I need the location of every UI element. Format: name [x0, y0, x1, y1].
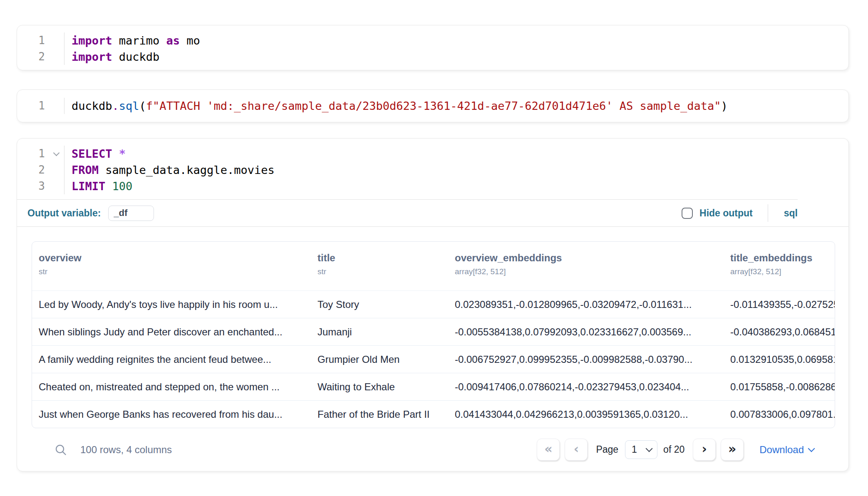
table-row: A family wedding reignites the ancient f… — [32, 345, 835, 373]
table-cell: Just when George Banks has recovered fro… — [32, 409, 311, 420]
table-cell: -0.006752927,0.099952355,-0.009982588,-0… — [448, 354, 724, 365]
table-cell: Grumpier Old Men — [311, 354, 448, 365]
table-cell: -0.011439355,-0.027525... — [724, 299, 835, 310]
download-button[interactable]: Download — [759, 444, 814, 456]
table-header-row: overviewstrtitlestroverview_embeddingsar… — [32, 242, 835, 291]
first-page-button[interactable]: « — [537, 439, 560, 461]
code-cell-imports[interactable]: 12 import marimo as moimport duckdb — [17, 25, 849, 70]
table-cell: Jumanji — [311, 326, 448, 338]
table-cell: Toy Story — [311, 299, 448, 310]
table-cell: A family wedding reignites the ancient f… — [32, 354, 311, 365]
table-cell: 0.007833006,0.097801... — [724, 409, 835, 420]
line-number: 1 — [17, 146, 64, 162]
table-row: Led by Woody, Andy's toys live happily i… — [32, 291, 835, 318]
code-line[interactable]: import duckdb — [72, 49, 200, 65]
code-cell-attach[interactable]: 1 duckdb.sql(f"ATTACH 'md:_share/sample_… — [17, 89, 849, 122]
page-total-label: of 20 — [663, 444, 684, 455]
last-page-button[interactable]: » — [721, 439, 744, 461]
line-number-gutter: 123 — [17, 146, 64, 194]
line-number: 2 — [17, 49, 64, 65]
search-icon[interactable] — [55, 443, 68, 456]
column-header-title_embeddings[interactable]: title_embeddingsarray[f32, 512] — [724, 242, 835, 290]
line-number: 1 — [17, 98, 64, 114]
column-header-overview_embeddings[interactable]: overview_embeddingsarray[f32, 512] — [448, 242, 724, 290]
table-cell: -0.009417406,0.07860214,-0.023279453,0.0… — [448, 381, 724, 393]
fold-chevron-icon[interactable] — [53, 150, 60, 156]
table-cell: Waiting to Exhale — [311, 381, 448, 393]
table-cell: 0.023089351,-0.012809965,-0.03209472,-0.… — [448, 299, 724, 310]
result-table: overviewstrtitlestroverview_embeddingsar… — [32, 241, 835, 428]
page-select[interactable]: 1 — [625, 440, 657, 459]
line-number: 1 — [17, 32, 64, 49]
prev-page-icon: ‹ — [574, 441, 579, 456]
code-line[interactable]: import marimo as mo — [72, 32, 200, 49]
chevron-down-icon — [646, 445, 653, 452]
line-number-gutter: 1 — [17, 98, 64, 114]
table-footer: 100 rows, 4 columns « ‹ Page 1 of 20 › — [32, 428, 835, 471]
code-editor[interactable]: 123 SELECT *FROM sample_data.kaggle.movi… — [17, 139, 848, 199]
code-line[interactable]: duckdb.sql(f"ATTACH 'md:_share/sample_da… — [72, 98, 728, 114]
code-line[interactable]: LIMIT 100 — [72, 178, 275, 194]
chevron-down-icon — [808, 445, 815, 452]
next-page-button[interactable]: › — [693, 439, 716, 461]
table-row: Just when George Banks has recovered fro… — [32, 400, 835, 428]
code-content[interactable]: import marimo as moimport duckdb — [64, 32, 200, 65]
sql-cell[interactable]: 123 SELECT *FROM sample_data.kaggle.movi… — [17, 138, 849, 471]
table-body: Led by Woody, Andy's toys live happily i… — [32, 291, 835, 428]
table-cell: -0.040386293,0.068451... — [724, 326, 835, 338]
code-line[interactable]: SELECT * — [72, 146, 275, 162]
column-type: str — [317, 267, 440, 276]
column-name: title — [317, 252, 440, 264]
column-name: overview_embeddings — [455, 252, 715, 264]
column-type: array[f32, 512] — [730, 267, 835, 276]
output-variable-input[interactable] — [108, 206, 154, 221]
line-number-gutter: 12 — [17, 32, 64, 65]
toolbar-separator — [768, 204, 768, 222]
hide-output-checkbox[interactable] — [682, 208, 693, 219]
output-area: overviewstrtitlestroverview_embeddingsar… — [17, 227, 848, 471]
table-cell: Led by Woody, Andy's toys live happily i… — [32, 299, 311, 310]
column-type: str — [39, 267, 303, 276]
language-badge: sql — [784, 208, 798, 219]
code-content[interactable]: SELECT *FROM sample_data.kaggle.moviesLI… — [64, 146, 275, 194]
code-line[interactable]: FROM sample_data.kaggle.movies — [72, 162, 275, 178]
table-cell: 0.041433044,0.042966213,0.0039591365,0.0… — [448, 409, 724, 420]
page-label: Page — [596, 444, 618, 455]
table-cell: -0.0055384138,0.07992093,0.023316627,0.0… — [448, 326, 724, 338]
table-row: Cheated on, mistreated and stepped on, t… — [32, 373, 835, 400]
download-label: Download — [759, 444, 804, 456]
column-type: array[f32, 512] — [455, 267, 715, 276]
table-cell: 0.01755858,-0.0086286... — [724, 381, 835, 393]
row-count-summary: 100 rows, 4 columns — [80, 444, 172, 456]
table-row: When siblings Judy and Peter discover an… — [32, 318, 835, 345]
prev-page-button[interactable]: ‹ — [565, 439, 588, 461]
last-page-icon: » — [728, 441, 736, 456]
column-header-overview[interactable]: overviewstr — [32, 242, 311, 290]
table-cell: Cheated on, mistreated and stepped on, t… — [32, 381, 311, 393]
code-content[interactable]: duckdb.sql(f"ATTACH 'md:_share/sample_da… — [64, 98, 728, 114]
code-editor[interactable]: 12 import marimo as moimport duckdb — [17, 25, 848, 70]
table-cell: When siblings Judy and Peter discover an… — [32, 326, 311, 338]
column-name: overview — [39, 252, 303, 264]
column-header-title[interactable]: titlestr — [311, 242, 448, 290]
column-name: title_embeddings — [730, 252, 835, 264]
table-cell: Father of the Bride Part II — [311, 409, 448, 420]
pagination: « ‹ Page 1 of 20 › » Download — [537, 439, 814, 461]
next-page-icon: › — [702, 441, 707, 456]
page-select-value: 1 — [632, 444, 637, 455]
code-editor[interactable]: 1 duckdb.sql(f"ATTACH 'md:_share/sample_… — [17, 90, 848, 122]
hide-output-label[interactable]: Hide output — [699, 208, 753, 219]
first-page-icon: « — [544, 441, 552, 456]
output-variable-label: Output variable: — [27, 208, 101, 219]
table-cell: 0.0132910535,0.069581... — [724, 354, 835, 365]
line-number: 2 — [17, 162, 64, 178]
line-number: 3 — [17, 178, 64, 194]
sql-cell-toolbar: Output variable: Hide output sql — [17, 200, 848, 226]
